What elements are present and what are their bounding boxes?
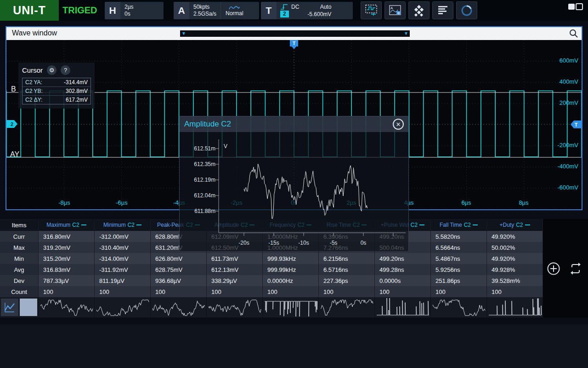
sparkline-chart — [432, 298, 486, 316]
trigger-position-marker[interactable]: T — [290, 40, 298, 46]
measure-cell: 338.29µV — [207, 275, 263, 286]
trend-unit-label: V — [224, 143, 227, 150]
brand-logo: UNI-T — [0, 0, 59, 21]
sparkline-chart — [40, 298, 94, 316]
cursor-readout-panel[interactable]: Cursor ⚙ ? C2 YA: -314.4mV C2 YB: 302.8m… — [18, 63, 95, 109]
amplitude-trend-dialog: Amplitude C2 ✕ V 612.51m 612.35m 612.19m… — [179, 116, 409, 251]
measure-cell: 6.2156ns — [319, 253, 375, 264]
close-icon[interactable]: ✕ — [393, 119, 404, 130]
time-tick-label: 8µs — [519, 199, 528, 206]
column-header-fall-time[interactable]: Fall TimeC2 — [431, 219, 487, 231]
mask-pattern-button[interactable] — [408, 1, 430, 19]
horizontal-offset-value: 0s — [124, 11, 134, 17]
sparkline-chart — [208, 298, 262, 316]
brand-name: UNI-T — [13, 4, 46, 17]
memory-depth-value: 50kpts — [193, 4, 216, 11]
help-icon[interactable]: ? — [61, 65, 70, 75]
add-measurement-button[interactable] — [547, 262, 560, 277]
measure-cell: 628.75mV — [151, 264, 207, 275]
measure-cell: 49.928% — [487, 264, 543, 275]
measure-cell: 936.68µV — [151, 275, 207, 286]
channel-bar: ‹ C1 OFF C2 200mV 1MΩ FULL 1X 0.00V — [0, 324, 588, 368]
sparkline-maximum — [39, 297, 95, 317]
measure-cell: 100 — [431, 286, 487, 297]
cursor-ya-label: C2 YA: — [25, 79, 42, 86]
trend-x-label: -15s — [268, 240, 279, 246]
histogram-button[interactable] — [432, 1, 453, 19]
voltage-tick-label: 400mV — [560, 78, 578, 85]
trend-chart-icon — [4, 301, 16, 313]
trigger-coupling-value: DC — [291, 4, 299, 10]
wave-zoom-button[interactable] — [569, 29, 579, 40]
trigger-status-text: TRIGED — [62, 5, 97, 16]
gear-icon[interactable]: ⚙ — [47, 65, 57, 75]
cursor-row-ya: C2 YA: -314.4mV — [23, 78, 90, 87]
trend-chart-button[interactable] — [1, 299, 18, 316]
time-tick-label: 6µs — [461, 199, 471, 206]
trend-x-label: -5s — [330, 240, 338, 246]
sparkline-pulse-width — [375, 297, 431, 317]
measure-cell: 49.920% — [487, 231, 543, 242]
zoom-select-button[interactable] — [361, 1, 382, 19]
measure-cell: 626.80mV — [151, 253, 207, 264]
svg-text:A: A — [390, 6, 393, 10]
column-header-maximum[interactable]: MaximumC2 — [39, 219, 95, 231]
horizontal-settings-tile[interactable]: H 2µs 0s — [105, 2, 164, 19]
sparkline-duty — [487, 297, 543, 317]
dialog-chart-area: V 612.51m 612.35m 612.19m 612.04m 611.88… — [180, 132, 408, 251]
measure-cell: 315.20mV — [39, 253, 95, 264]
timebase-value: 2µs — [124, 4, 134, 11]
spinner-button[interactable] — [456, 1, 477, 19]
trigger-slope-icon — [280, 4, 288, 10]
dual-window-ab-button[interactable]: A B — [384, 1, 406, 19]
cursor-dy-value: 617.2mV — [66, 97, 88, 103]
measure-cell: 5.5820ns — [431, 231, 487, 242]
dual-window-ab-icon: A B — [389, 4, 401, 17]
acquire-settings-tile[interactable]: A 50kpts 2.5GSa/s Normal — [174, 2, 259, 19]
measure-cell: 6.5664ns — [431, 242, 487, 253]
acquire-mode-value: Normal — [226, 10, 243, 17]
zoom-select-icon — [365, 4, 378, 17]
wave-source-dropdown[interactable]: ▼ ▼ — [180, 30, 410, 37]
sparkline-peak-peak — [151, 297, 207, 317]
sparkline-frequency — [263, 297, 319, 317]
acquire-label: A — [174, 2, 189, 19]
trigger-settings-tile[interactable]: T DC 2 Auto -5.600mV — [261, 2, 353, 19]
cursor-dy-label: C2 ΔY: — [25, 97, 42, 103]
measure-cell: -314.00mV — [95, 253, 151, 264]
measure-cell: 50.002% — [487, 242, 543, 253]
wave-window-header: Wave window ▼ ▼ — [6, 27, 582, 40]
cursor-b-handle[interactable]: B — [11, 85, 16, 93]
reset-statistics-button[interactable] — [569, 262, 582, 277]
measure-cell: 612.13mV — [207, 264, 263, 275]
cursor-values-box: C2 YA: -314.4mV C2 YB: 302.8mV C2 ΔY: 61… — [22, 78, 91, 104]
sparkline-chart — [320, 298, 374, 316]
trend-y-label: 612.04m — [183, 192, 215, 199]
measure-cell: 5.4867ns — [431, 253, 487, 264]
measure-cell: 319.20mV — [39, 242, 95, 253]
cursor-ay-handle[interactable]: AY — [10, 150, 19, 159]
trend-y-label: 612.19m — [183, 177, 215, 183]
histogram-icon — [437, 5, 449, 17]
trend-view-controls — [0, 297, 39, 317]
dialog-header[interactable]: Amplitude C2 ✕ — [180, 116, 408, 132]
trigger-label: T — [261, 2, 277, 19]
display-layout-button[interactable] — [568, 3, 583, 19]
column-header-duty[interactable]: +DutyC2 — [487, 219, 543, 231]
measure-cell: -311.92mV — [95, 264, 151, 275]
column-header-minimum[interactable]: MinimumC2 — [95, 219, 151, 231]
measure-cell: 5.9256ns — [431, 264, 487, 275]
mask-pattern-icon — [413, 5, 425, 17]
cursor-ya-value: -314.4mV — [64, 79, 88, 86]
measure-cell: 100 — [263, 286, 319, 297]
measure-cell: 100 — [487, 286, 543, 297]
trend-x-label: 0s — [361, 240, 367, 246]
cursor-row-yb: C2 YB: 302.8mV — [23, 87, 90, 96]
row-label-dev: Dev — [0, 275, 39, 286]
trend-y-label: 611.88m — [183, 208, 215, 214]
measure-cell: 611.73mV — [207, 253, 263, 264]
trend-blank-button[interactable] — [20, 299, 37, 316]
horizontal-label: H — [105, 2, 120, 19]
measure-cell: 811.19µV — [95, 275, 151, 286]
row-label-count: Count — [0, 286, 39, 297]
